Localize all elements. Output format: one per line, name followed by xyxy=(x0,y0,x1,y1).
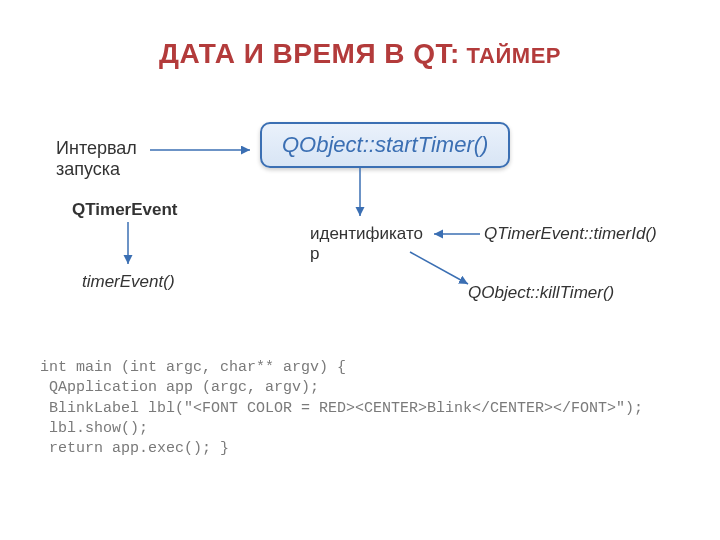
slide-title: ДАТА И ВРЕМЯ В QT: ТАЙМЕР xyxy=(0,38,720,70)
label-timerid-fn: QTimerEvent::timerId() xyxy=(484,224,657,244)
label-identifier: идентификато р xyxy=(310,224,423,263)
starttimer-text: QObject::startTimer() xyxy=(282,132,488,157)
arrow-interval-to-start xyxy=(150,140,260,160)
arrow-start-to-id xyxy=(350,168,370,224)
arrow-id-to-kill xyxy=(408,250,478,290)
svg-line-4 xyxy=(410,252,468,284)
code-block: int main (int argc, char** argv) { QAppl… xyxy=(40,358,643,459)
title-main: ДАТА И ВРЕМЯ В QT: xyxy=(159,38,460,69)
box-starttimer: QObject::startTimer() xyxy=(260,122,510,168)
label-timerevent-fn: timerEvent() xyxy=(82,272,175,292)
label-killtimer-fn: QObject::killTimer() xyxy=(468,283,614,303)
label-interval: Интервал запуска xyxy=(56,138,137,179)
label-qtimerevent: QTimerEvent xyxy=(72,200,178,220)
arrow-event-to-fn xyxy=(118,222,138,272)
title-sub: ТАЙМЕР xyxy=(460,43,561,68)
arrow-timerid-to-id xyxy=(430,226,486,242)
